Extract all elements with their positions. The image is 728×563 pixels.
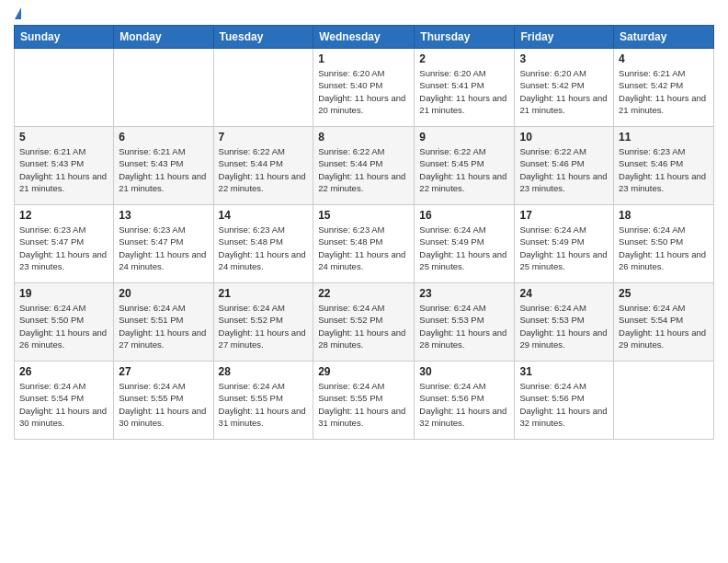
- day-info: Sunrise: 6:21 AM Sunset: 5:43 PM Dayligh…: [119, 145, 208, 194]
- calendar-cell: [213, 49, 313, 127]
- day-info: Sunrise: 6:23 AM Sunset: 5:47 PM Dayligh…: [119, 224, 208, 272]
- day-number: 24: [519, 287, 609, 300]
- day-info: Sunrise: 6:24 AM Sunset: 5:49 PM Dayligh…: [419, 224, 509, 272]
- day-info: Sunrise: 6:23 AM Sunset: 5:46 PM Dayligh…: [619, 145, 709, 194]
- day-number: 19: [19, 287, 108, 300]
- day-info: Sunrise: 6:22 AM Sunset: 5:46 PM Dayligh…: [519, 145, 609, 194]
- calendar-cell: [114, 49, 213, 127]
- calendar-cell: 7Sunrise: 6:22 AM Sunset: 5:44 PM Daylig…: [213, 127, 313, 205]
- calendar-cell: 27Sunrise: 6:24 AM Sunset: 5:55 PM Dayli…: [114, 362, 213, 440]
- calendar-cell: 9Sunrise: 6:22 AM Sunset: 5:45 PM Daylig…: [415, 127, 515, 205]
- day-info: Sunrise: 6:22 AM Sunset: 5:44 PM Dayligh…: [318, 145, 409, 194]
- day-number: 8: [318, 131, 409, 144]
- day-number: 2: [419, 52, 509, 65]
- weekday-header: Friday: [515, 26, 614, 49]
- calendar-cell: [614, 362, 714, 440]
- day-number: 15: [318, 209, 409, 222]
- calendar-cell: 14Sunrise: 6:23 AM Sunset: 5:48 PM Dayli…: [213, 205, 313, 283]
- day-number: 23: [419, 287, 509, 300]
- day-info: Sunrise: 6:24 AM Sunset: 5:55 PM Dayligh…: [318, 380, 409, 429]
- day-info: Sunrise: 6:21 AM Sunset: 5:43 PM Dayligh…: [19, 145, 108, 194]
- logo: [14, 9, 22, 17]
- calendar-body: 1Sunrise: 6:20 AM Sunset: 5:40 PM Daylig…: [15, 49, 714, 440]
- calendar-cell: 5Sunrise: 6:21 AM Sunset: 5:43 PM Daylig…: [15, 127, 114, 205]
- day-number: 25: [619, 287, 709, 300]
- day-number: 21: [219, 287, 309, 300]
- day-info: Sunrise: 6:24 AM Sunset: 5:52 PM Dayligh…: [219, 302, 309, 350]
- calendar-cell: [15, 49, 114, 127]
- day-number: 27: [119, 365, 208, 378]
- calendar-cell: 1Sunrise: 6:20 AM Sunset: 5:40 PM Daylig…: [313, 49, 415, 127]
- calendar-week-row: 5Sunrise: 6:21 AM Sunset: 5:43 PM Daylig…: [15, 127, 714, 205]
- day-info: Sunrise: 6:20 AM Sunset: 5:40 PM Dayligh…: [318, 67, 409, 116]
- day-number: 7: [219, 131, 309, 144]
- day-info: Sunrise: 6:22 AM Sunset: 5:44 PM Dayligh…: [219, 145, 309, 194]
- calendar-cell: 28Sunrise: 6:24 AM Sunset: 5:55 PM Dayli…: [213, 362, 313, 440]
- day-info: Sunrise: 6:24 AM Sunset: 5:50 PM Dayligh…: [19, 302, 108, 350]
- calendar-cell: 19Sunrise: 6:24 AM Sunset: 5:50 PM Dayli…: [15, 283, 114, 362]
- day-info: Sunrise: 6:24 AM Sunset: 5:49 PM Dayligh…: [519, 224, 609, 272]
- day-info: Sunrise: 6:24 AM Sunset: 5:56 PM Dayligh…: [419, 380, 509, 429]
- day-number: 6: [119, 131, 208, 144]
- day-info: Sunrise: 6:24 AM Sunset: 5:54 PM Dayligh…: [19, 380, 108, 429]
- day-number: 29: [318, 365, 409, 378]
- day-info: Sunrise: 6:24 AM Sunset: 5:56 PM Dayligh…: [519, 380, 609, 429]
- calendar-cell: 12Sunrise: 6:23 AM Sunset: 5:47 PM Dayli…: [15, 205, 114, 283]
- calendar-cell: 3Sunrise: 6:20 AM Sunset: 5:42 PM Daylig…: [515, 49, 614, 127]
- calendar-cell: 20Sunrise: 6:24 AM Sunset: 5:51 PM Dayli…: [114, 283, 213, 362]
- day-number: 5: [19, 131, 108, 144]
- calendar-cell: 11Sunrise: 6:23 AM Sunset: 5:46 PM Dayli…: [614, 127, 714, 205]
- day-number: 13: [119, 209, 208, 222]
- day-info: Sunrise: 6:20 AM Sunset: 5:42 PM Dayligh…: [519, 67, 609, 116]
- calendar-cell: 15Sunrise: 6:23 AM Sunset: 5:48 PM Dayli…: [313, 205, 415, 283]
- day-info: Sunrise: 6:22 AM Sunset: 5:45 PM Dayligh…: [419, 145, 509, 194]
- weekday-header: Saturday: [614, 26, 714, 49]
- calendar-cell: 25Sunrise: 6:24 AM Sunset: 5:54 PM Dayli…: [614, 283, 714, 362]
- day-info: Sunrise: 6:24 AM Sunset: 5:51 PM Dayligh…: [119, 302, 208, 350]
- calendar-table: SundayMondayTuesdayWednesdayThursdayFrid…: [14, 25, 714, 440]
- day-info: Sunrise: 6:24 AM Sunset: 5:53 PM Dayligh…: [519, 302, 609, 350]
- header-row: SundayMondayTuesdayWednesdayThursdayFrid…: [15, 26, 714, 49]
- weekday-header: Sunday: [15, 26, 114, 49]
- day-info: Sunrise: 6:24 AM Sunset: 5:52 PM Dayligh…: [318, 302, 409, 350]
- calendar-cell: 23Sunrise: 6:24 AM Sunset: 5:53 PM Dayli…: [415, 283, 515, 362]
- day-number: 28: [219, 365, 309, 378]
- day-number: 11: [619, 131, 709, 144]
- calendar-cell: 30Sunrise: 6:24 AM Sunset: 5:56 PM Dayli…: [415, 362, 515, 440]
- header: [14, 9, 714, 17]
- calendar-cell: 18Sunrise: 6:24 AM Sunset: 5:50 PM Dayli…: [614, 205, 714, 283]
- calendar-week-row: 19Sunrise: 6:24 AM Sunset: 5:50 PM Dayli…: [15, 283, 714, 362]
- logo-icon: [15, 7, 21, 19]
- calendar-week-row: 1Sunrise: 6:20 AM Sunset: 5:40 PM Daylig…: [15, 49, 714, 127]
- day-number: 10: [519, 131, 609, 144]
- calendar-cell: 16Sunrise: 6:24 AM Sunset: 5:49 PM Dayli…: [415, 205, 515, 283]
- calendar-cell: 24Sunrise: 6:24 AM Sunset: 5:53 PM Dayli…: [515, 283, 614, 362]
- day-number: 22: [318, 287, 409, 300]
- day-number: 9: [419, 131, 509, 144]
- calendar-cell: 26Sunrise: 6:24 AM Sunset: 5:54 PM Dayli…: [15, 362, 114, 440]
- calendar-cell: 17Sunrise: 6:24 AM Sunset: 5:49 PM Dayli…: [515, 205, 614, 283]
- calendar-cell: 22Sunrise: 6:24 AM Sunset: 5:52 PM Dayli…: [313, 283, 415, 362]
- day-number: 18: [619, 209, 709, 222]
- day-number: 3: [519, 52, 609, 65]
- day-info: Sunrise: 6:23 AM Sunset: 5:48 PM Dayligh…: [219, 224, 309, 272]
- calendar-cell: 10Sunrise: 6:22 AM Sunset: 5:46 PM Dayli…: [515, 127, 614, 205]
- day-info: Sunrise: 6:23 AM Sunset: 5:48 PM Dayligh…: [318, 224, 409, 272]
- day-info: Sunrise: 6:21 AM Sunset: 5:42 PM Dayligh…: [619, 67, 709, 116]
- calendar-cell: 29Sunrise: 6:24 AM Sunset: 5:55 PM Dayli…: [313, 362, 415, 440]
- day-info: Sunrise: 6:24 AM Sunset: 5:55 PM Dayligh…: [119, 380, 208, 429]
- day-number: 17: [519, 209, 609, 222]
- page: SundayMondayTuesdayWednesdayThursdayFrid…: [0, 0, 728, 563]
- day-number: 26: [19, 365, 108, 378]
- day-number: 31: [519, 365, 609, 378]
- day-info: Sunrise: 6:24 AM Sunset: 5:50 PM Dayligh…: [619, 224, 709, 272]
- day-number: 30: [419, 365, 509, 378]
- day-info: Sunrise: 6:24 AM Sunset: 5:55 PM Dayligh…: [219, 380, 309, 429]
- day-number: 1: [318, 52, 409, 65]
- day-number: 14: [219, 209, 309, 222]
- calendar-cell: 4Sunrise: 6:21 AM Sunset: 5:42 PM Daylig…: [614, 49, 714, 127]
- day-number: 12: [19, 209, 108, 222]
- day-number: 4: [619, 52, 709, 65]
- weekday-header: Monday: [114, 26, 213, 49]
- day-number: 16: [419, 209, 509, 222]
